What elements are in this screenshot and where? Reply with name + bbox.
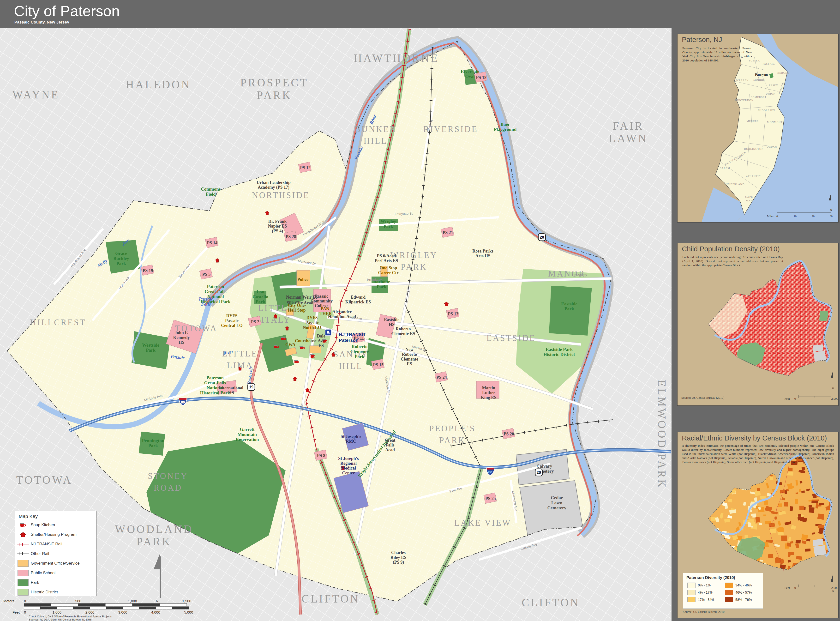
svg-text:Sources: NJ DEP, ESRI, US Cens: Sources: NJ DEP, ESRI, US Census Bureau,… xyxy=(29,618,92,621)
diversity-block xyxy=(713,482,719,486)
diversity-source: Source: US Census Bureau, 2010 xyxy=(683,610,725,614)
diversity-block xyxy=(715,492,720,495)
panel-diversity-title: Racial/Ethnic Diversity by Census Block … xyxy=(682,434,827,442)
diversity-block xyxy=(737,560,740,564)
map-label: One-Stop xyxy=(297,303,306,312)
county-label: WARREN xyxy=(736,79,749,82)
map-label: PS 13 xyxy=(448,312,459,317)
diversity-block xyxy=(818,514,824,519)
diversity-block xyxy=(799,506,804,510)
diversity-block xyxy=(755,490,761,496)
map-label: ELMWOOD PARK xyxy=(656,380,668,489)
svg-text:Miles: Miles xyxy=(767,215,774,218)
county-label: BURLINGTON xyxy=(744,147,763,150)
diversity-block xyxy=(798,563,801,567)
map-label: PS 5 xyxy=(202,272,211,277)
map-key-item-label: Other Rail xyxy=(31,551,49,556)
panel-diversity[interactable]: Racial/Ethnic Diversity by Census Block … xyxy=(677,432,838,618)
map-label: PS 25 xyxy=(485,496,496,501)
svg-text:Meters: Meters xyxy=(3,599,14,603)
map-label: PS 19 xyxy=(142,268,153,273)
diversity-block xyxy=(717,498,722,504)
map-label: GreatFallsAcad xyxy=(385,438,395,452)
diversity-class-swatch xyxy=(725,590,733,595)
main-map[interactable]: WAYNEHALEDONPROSPECTPARKHAWTHORNEFAIRLAW… xyxy=(0,28,672,621)
map-key-item: Government Office/Service xyxy=(15,559,96,568)
diversity-class-label: 46% - 57% xyxy=(736,591,752,594)
map-key-item: Other Rail xyxy=(15,549,96,559)
diversity-block xyxy=(747,471,749,474)
state-route-shield: 19 xyxy=(248,383,255,391)
diversity-block xyxy=(734,480,739,484)
diversity-class: 34% - 46% xyxy=(723,582,760,589)
panel-density-title: Child Population Density (2010) xyxy=(682,245,780,253)
map-label: PS 6/AcadPerf Arts ES xyxy=(375,253,398,263)
svg-text:0: 0 xyxy=(24,599,26,603)
map-key-item-label: Historic District xyxy=(31,590,58,595)
diversity-block xyxy=(823,557,827,562)
svg-text:N: N xyxy=(830,209,832,212)
diversity-block xyxy=(809,507,814,513)
svg-text:0: 0 xyxy=(795,586,796,589)
map-label: CLIFTON xyxy=(302,593,360,605)
map-label: Broadway xyxy=(367,277,382,282)
map-label: PS 21 xyxy=(443,230,453,235)
diversity-block xyxy=(752,471,757,476)
diversity-block xyxy=(832,494,835,497)
panel-locator-title: Paterson, NJ xyxy=(682,36,722,44)
diversity-block xyxy=(755,516,760,523)
diversity-block xyxy=(784,502,789,506)
diversity-block xyxy=(782,536,787,538)
map-key-item: Soup Kitchen xyxy=(15,520,96,530)
diversity-block xyxy=(738,473,741,478)
diversity-block xyxy=(752,513,756,518)
diversity-block xyxy=(790,570,795,575)
paterson-city-label: Paterson xyxy=(755,73,768,77)
diversity-block xyxy=(796,540,801,544)
diversity-block xyxy=(737,482,743,487)
county-label: SALEM xyxy=(720,167,730,170)
map-label: EASTSIDE xyxy=(486,333,536,343)
map-label: CWA xyxy=(285,342,295,347)
density-scale: Feet02,000 xyxy=(784,395,838,400)
state-route-shield: 20 xyxy=(538,233,545,241)
panel-density[interactable]: Child Population Density (2010) Each red… xyxy=(677,243,838,406)
county-label: UNION xyxy=(766,92,775,95)
diversity-block xyxy=(830,537,834,541)
svg-text:1,500: 1,500 xyxy=(182,599,191,603)
svg-text:Chuck Colvard, DHS Office of R: Chuck Colvard, DHS Office of Research, E… xyxy=(29,615,112,618)
diversity-legend[interactable]: Paterson Diversity (2010) 0% - 1%4% - 17… xyxy=(683,573,763,609)
map-label: Urban LeadershipAcademy (PS 17) xyxy=(257,180,291,190)
map-label: PS 8 xyxy=(317,453,325,458)
svg-text:20: 20 xyxy=(537,471,541,474)
diversity-block xyxy=(749,518,754,522)
diversity-block xyxy=(805,548,810,551)
diversity-block xyxy=(720,477,723,482)
map-label: CLIFTON xyxy=(522,597,580,609)
diversity-block xyxy=(787,542,791,547)
diversity-block xyxy=(764,500,768,505)
diversity-class: 58% - 76% xyxy=(723,596,760,603)
map-key[interactable]: Map Key Soup KitchenShelter/Housing Prog… xyxy=(15,511,97,596)
map-key-item: Historic District xyxy=(15,588,96,597)
diversity-block xyxy=(812,532,815,535)
diversity-class-label: 17% - 34% xyxy=(698,598,714,601)
map-label: RIVERSIDE xyxy=(423,124,478,134)
panel-locator[interactable]: Paterson, NJ Paterson City is located in… xyxy=(677,33,838,223)
title-bar: City of Paterson Passaic County, New Jer… xyxy=(0,0,840,28)
diversity-block xyxy=(751,478,756,481)
diversity-class-swatch xyxy=(687,583,696,588)
diversity-block xyxy=(757,473,763,478)
diversity-block xyxy=(818,525,824,528)
diversity-block xyxy=(784,491,787,494)
diversity-block xyxy=(819,567,823,569)
diversity-block xyxy=(819,503,824,505)
svg-text:N: N xyxy=(156,599,159,603)
diversity-block xyxy=(740,554,743,559)
svg-text:30: 30 xyxy=(830,215,832,218)
diversity-block xyxy=(711,547,717,551)
diversity-class: 46% - 57% xyxy=(723,589,760,596)
svg-text:500: 500 xyxy=(75,599,81,603)
map-label: PS 12 xyxy=(300,165,310,170)
map-key-item: Park xyxy=(15,578,96,588)
